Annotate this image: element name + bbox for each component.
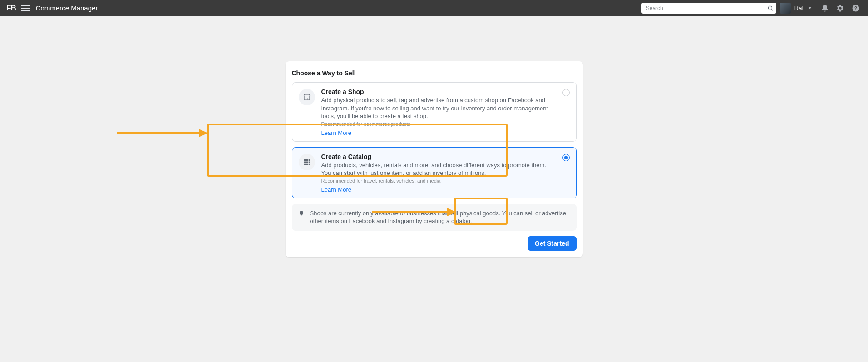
option-recommended: Recommended for ecommerce products xyxy=(321,121,556,127)
svg-rect-12 xyxy=(308,164,310,165)
radio-checked[interactable] xyxy=(562,154,570,161)
svg-rect-10 xyxy=(304,164,306,165)
shop-icon-wrap xyxy=(299,89,315,105)
svg-rect-7 xyxy=(304,161,306,163)
catalog-icon-wrap xyxy=(299,154,315,170)
svg-marker-14 xyxy=(199,129,208,137)
option-body: Create a Shop Add physical products to s… xyxy=(321,88,556,137)
choose-way-card: Choose a Way to Sell Create a Shop Add p… xyxy=(286,61,583,257)
learn-more-link[interactable]: Learn More xyxy=(321,186,351,193)
notifications-button[interactable] xyxy=(819,4,831,12)
catalog-icon xyxy=(303,158,311,166)
info-banner: Shops are currently only available to bu… xyxy=(292,204,577,231)
option-create-catalog[interactable]: Create a Catalog Add products, vehicles,… xyxy=(292,147,577,198)
avatar[interactable] xyxy=(780,3,791,14)
gear-icon xyxy=(836,4,844,12)
svg-text:?: ? xyxy=(854,5,857,10)
app-title: Commerce Manager xyxy=(36,4,98,12)
option-desc: Add products, vehicles, rentals and more… xyxy=(321,161,556,177)
learn-more-link[interactable]: Learn More xyxy=(321,129,351,136)
svg-rect-11 xyxy=(306,164,308,165)
annotation-arrow-1 xyxy=(117,126,208,140)
search-wrap xyxy=(641,3,776,14)
svg-rect-4 xyxy=(304,159,306,161)
search-input[interactable] xyxy=(641,5,776,11)
card-title: Choose a Way to Sell xyxy=(292,69,577,77)
bulb-icon xyxy=(298,210,305,217)
card-footer: Get Started xyxy=(292,236,577,251)
shop-icon xyxy=(303,93,311,101)
option-title: Create a Catalog xyxy=(321,153,556,160)
option-title: Create a Shop xyxy=(321,88,556,95)
svg-rect-5 xyxy=(306,159,308,161)
svg-rect-6 xyxy=(308,159,310,161)
menu-icon[interactable] xyxy=(21,5,30,11)
option-recommended: Recommended for travel, rentals, vehicle… xyxy=(321,178,556,183)
get-started-button[interactable]: Get Started xyxy=(528,236,576,251)
help-icon: ? xyxy=(852,4,860,12)
svg-line-1 xyxy=(771,9,773,10)
info-text: Shops are currently only available to bu… xyxy=(310,209,570,225)
chevron-down-icon[interactable] xyxy=(808,7,812,9)
help-button[interactable]: ? xyxy=(850,4,862,12)
option-create-shop[interactable]: Create a Shop Add physical products to s… xyxy=(292,82,577,142)
topbar-right: Raf ? xyxy=(641,3,862,14)
option-body: Create a Catalog Add products, vehicles,… xyxy=(321,153,556,193)
settings-button[interactable] xyxy=(834,4,846,12)
search-icon xyxy=(767,5,774,11)
radio-unchecked[interactable] xyxy=(562,89,570,96)
username[interactable]: Raf xyxy=(794,5,804,11)
bell-icon xyxy=(821,4,829,12)
option-desc: Add physical products to sell, tag and a… xyxy=(321,96,556,120)
top-bar: FB Commerce Manager Raf ? xyxy=(0,0,868,16)
fb-logo[interactable]: FB xyxy=(6,4,16,13)
svg-rect-9 xyxy=(308,161,310,163)
svg-point-0 xyxy=(768,6,772,10)
svg-rect-8 xyxy=(306,161,308,163)
